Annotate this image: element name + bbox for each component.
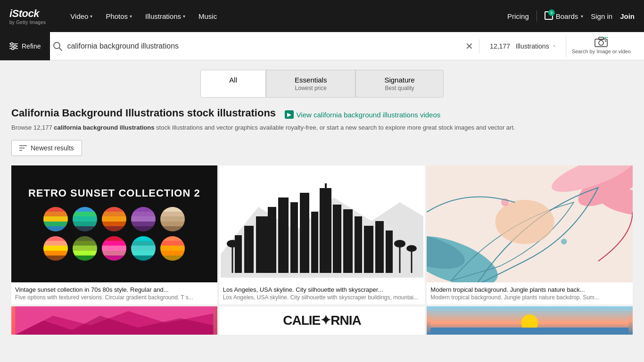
logo-getty: by Getty Images: [9, 20, 46, 25]
tab-all[interactable]: All: [200, 70, 266, 98]
nav-video[interactable]: Video ▾: [65, 8, 98, 24]
sort-icon: [19, 145, 27, 151]
image-card[interactable]: [11, 306, 217, 335]
mountain-svg: [11, 306, 217, 335]
svg-rect-23: [278, 197, 289, 273]
pricing-link[interactable]: Pricing: [507, 12, 529, 20]
image-title: Los Angeles, USA skyline. City silhouett…: [223, 286, 421, 293]
description: Browse 12,177 california background illu…: [11, 123, 633, 132]
svg-rect-25: [300, 193, 309, 273]
image-title: Modern tropical background. Jungle plant…: [430, 286, 629, 293]
boards-icon: 9: [545, 11, 553, 20]
image-card[interactable]: CALIE✦RNIA: [219, 306, 425, 335]
svg-rect-19: [256, 216, 268, 273]
search-input[interactable]: [67, 42, 461, 50]
svg-rect-27: [320, 188, 331, 273]
image-subtitle: Modern tropical background. Jungle plant…: [430, 294, 629, 301]
chevron-down-icon: ▾: [183, 14, 185, 19]
title-section: California Background Illustrations stoc…: [11, 107, 633, 119]
chevron-down-icon: ▾: [90, 14, 92, 19]
nav-photos[interactable]: Photos ▾: [100, 8, 138, 24]
svg-rect-28: [325, 183, 327, 190]
search-icon: [53, 41, 62, 51]
boards-icon-wrapper: 9: [545, 11, 553, 21]
nav-music[interactable]: Music: [193, 8, 223, 24]
page-content: California Background Illustrations stoc…: [0, 107, 644, 335]
type-selector[interactable]: 12,177 Illustrations ▾: [485, 42, 560, 50]
tab-signature[interactable]: Signature Best quality: [355, 70, 443, 98]
sliders-icon: [9, 42, 18, 50]
boards-button[interactable]: 9 Boards ▾: [545, 11, 584, 21]
svg-point-4: [14, 45, 17, 47]
content: All Essentials Lowest price Signature Be…: [0, 70, 644, 335]
svg-point-45: [495, 200, 554, 244]
svg-point-3: [11, 42, 13, 45]
tropical-svg: [427, 165, 633, 282]
image-thumbnail: RETRO SUNSET COLLECTION 2: [11, 165, 217, 282]
refine-button[interactable]: Refine: [0, 32, 50, 60]
video-link[interactable]: ▶ View california background illustratio…: [285, 110, 441, 119]
image-subtitle: Los Angeles, USA skyline. City silhouett…: [223, 294, 421, 301]
svg-rect-22: [268, 207, 276, 273]
image-thumbnail: [427, 306, 633, 335]
svg-rect-30: [343, 209, 353, 273]
svg-rect-32: [364, 226, 373, 273]
image-card[interactable]: Los Angeles, USA skyline. City silhouett…: [219, 165, 425, 304]
image-grid: RETRO SUNSET COLLECTION 2: [11, 165, 633, 304]
la-skyline-svg: [221, 169, 423, 278]
search-bar: Refine ✕ 12,177 Illustrations ▾ 9+ Searc…: [0, 32, 644, 60]
header-right: Pricing 9 Boards ▾ Sign in Join: [507, 10, 635, 22]
image-card[interactable]: [427, 306, 633, 335]
search-by-image-button[interactable]: 9+ Search by Image or video: [566, 35, 636, 57]
retro-circles: [43, 207, 185, 261]
svg-point-38: [406, 245, 417, 252]
image-thumbnail: [427, 165, 633, 282]
svg-point-5: [12, 47, 14, 49]
svg-rect-53: [431, 328, 629, 335]
main-nav: Video ▾ Photos ▾ Illustrations ▾ Music: [65, 8, 493, 24]
header: iStock by Getty Images Video ▾ Photos ▾ …: [0, 0, 644, 32]
image-card[interactable]: Modern tropical background. Jungle plant…: [427, 165, 633, 304]
image-grid-row2: CALIE✦RNIA: [11, 306, 633, 335]
logo[interactable]: iStock by Getty Images: [9, 8, 46, 25]
image-thumbnail: [11, 306, 217, 335]
svg-point-21: [227, 240, 238, 247]
svg-rect-10: [599, 37, 603, 40]
svg-text:9+: 9+: [604, 37, 608, 40]
image-thumbnail: CALIE✦RNIA: [219, 306, 425, 335]
search-divider: [479, 39, 479, 53]
sign-in-button[interactable]: Sign in: [591, 12, 612, 20]
svg-point-9: [599, 41, 603, 45]
california-text: CALIE✦RNIA: [283, 313, 361, 328]
nav-illustrations[interactable]: Illustrations ▾: [140, 8, 191, 24]
image-caption: Los Angeles, USA skyline. City silhouett…: [219, 282, 425, 304]
svg-point-47: [561, 239, 567, 244]
svg-point-36: [394, 240, 405, 247]
newest-results-button[interactable]: Newest results: [11, 140, 82, 156]
svg-rect-29: [333, 205, 341, 273]
logo-istock: iStock: [9, 8, 46, 20]
image-subtitle: Five options with textured versions. Cir…: [15, 294, 214, 301]
svg-rect-33: [375, 221, 384, 273]
svg-rect-34: [386, 230, 393, 273]
chevron-down-icon: ▾: [581, 14, 583, 19]
svg-line-7: [59, 48, 62, 50]
chevron-down-icon: ▾: [130, 14, 132, 19]
svg-rect-31: [355, 216, 362, 273]
image-card[interactable]: RETRO SUNSET COLLECTION 2: [11, 165, 217, 304]
search-input-area: ✕: [48, 41, 473, 51]
join-button[interactable]: Join: [620, 12, 635, 20]
chevron-down-icon: ▾: [553, 43, 555, 49]
sunset-svg: [427, 306, 633, 335]
clear-search-button[interactable]: ✕: [465, 41, 473, 51]
filter-bar: Newest results: [11, 140, 633, 156]
header-divider: [537, 10, 537, 22]
image-title: Vintage sunset collection in 70s 80s sty…: [15, 286, 214, 293]
tab-essentials[interactable]: Essentials Lowest price: [266, 70, 355, 98]
camera-icon: 9+: [594, 37, 608, 47]
image-thumbnail: [219, 165, 425, 282]
image-caption: Vintage sunset collection in 70s 80s sty…: [11, 282, 217, 304]
svg-rect-26: [311, 212, 318, 273]
boards-badge: 9: [548, 9, 555, 16]
svg-rect-18: [244, 226, 254, 273]
